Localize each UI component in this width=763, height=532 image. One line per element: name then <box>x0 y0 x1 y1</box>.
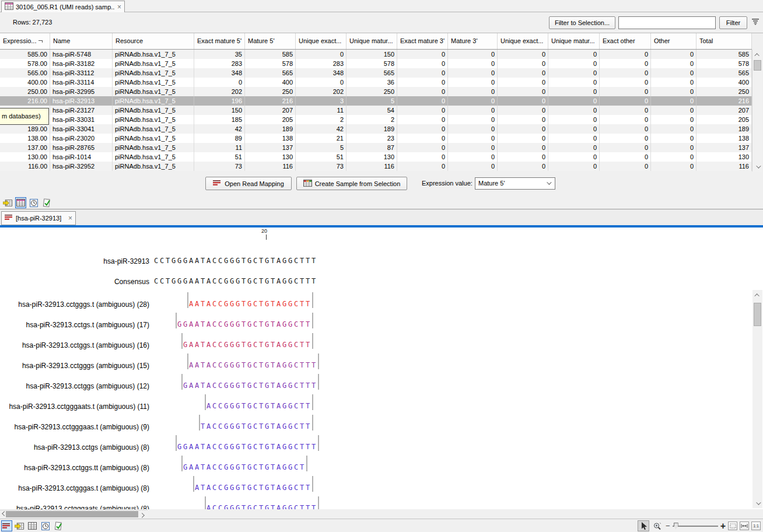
read-row: hsa-piR-32913.cctggs (ambiguous) (12)GAA… <box>0 382 763 391</box>
zoom-in-icon[interactable]: + <box>720 521 726 531</box>
scroll-up-icon[interactable] <box>753 290 762 299</box>
scroll-down-icon[interactable] <box>753 499 762 508</box>
read-row: hsa-piR-32913.cctgggaats (ambiguous) (8)… <box>0 504 763 509</box>
table-cell: hsa-piR-32913 <box>50 96 113 106</box>
column-header[interactable]: Other <box>651 33 696 49</box>
close-icon[interactable]: × <box>117 3 121 11</box>
zoom-100-button[interactable]: 1:1 <box>751 522 761 530</box>
close-icon[interactable]: × <box>68 214 72 222</box>
table-cell: 0 <box>548 106 600 115</box>
column-header[interactable]: Unique matur... <box>548 33 600 49</box>
tab-expression-table[interactable]: 30106_005.R1 (UMI reads) samp... × <box>1 1 125 12</box>
element-info-icon[interactable] <box>52 520 64 531</box>
tab-title: 30106_005.R1 (UMI reads) samp... <box>16 4 115 10</box>
table-cell: hsa-piR-33112 <box>50 68 113 78</box>
marquee-zoom-icon[interactable] <box>728 522 737 530</box>
table-cell: 0 <box>397 162 448 171</box>
advanced-filter-icon[interactable] <box>751 18 760 26</box>
column-header[interactable]: Mature 5' <box>245 33 296 49</box>
create-sample-button[interactable]: Create Sample from Selection <box>296 177 407 190</box>
read-sequence[interactable]: AATACCGGGTGCTGTAGGCTTT <box>189 361 317 369</box>
reference-sequence[interactable]: CCTGGGAATACCGGGTGCTGTAGGCTTT <box>154 257 317 265</box>
labels-horizontal-scrollbar[interactable] <box>0 510 148 518</box>
filter-button[interactable]: Filter <box>719 16 747 29</box>
column-header[interactable]: Unique exact... <box>498 33 548 49</box>
zoom-in-tool-icon[interactable] <box>652 520 663 531</box>
table-row[interactable]: 565.00hsa-piR-33112piRNAdb.hsa.v1_7_5348… <box>0 68 752 78</box>
column-header[interactable]: Mature 3' <box>448 33 498 49</box>
read-sequence[interactable]: GAATACCGGGTGCTGTAGGCTT <box>183 341 312 349</box>
read-sequence[interactable]: AATACCGGGTGCTGTAGGCTT <box>189 300 312 308</box>
table-row[interactable]: 189.00hsa-piR-33041piRNAdb.hsa.v1_7_5421… <box>0 124 752 134</box>
scrollbar-thumb[interactable] <box>754 60 761 71</box>
filter-input[interactable] <box>618 16 716 29</box>
table-scrollbar[interactable] <box>752 50 762 172</box>
column-header[interactable]: Total <box>696 33 752 49</box>
consensus-sequence[interactable]: CCTGGGAATACCGGGTGCTGTAGGCTTT <box>154 277 317 285</box>
read-sequence[interactable]: GGAATACCGGGTGCTGTAGGCTTT <box>177 443 317 451</box>
table-row[interactable]: 205.00hsa-piR-33031piRNAdb.hsa.v1_7_5185… <box>0 115 752 124</box>
graphical-view-icon[interactable] <box>1 520 12 531</box>
table-row[interactable]: 130.00hsa-piR-1014piRNAdb.hsa.v1_7_55113… <box>0 152 752 162</box>
table-view-icon[interactable] <box>27 520 38 531</box>
table-cell: 0 <box>498 87 548 96</box>
table-cell: piRNAdb.hsa.v1_7_5 <box>113 152 194 162</box>
export-table-icon[interactable] <box>14 520 25 531</box>
table-header[interactable]: Expressio...NameResourceExact mature 5'M… <box>0 33 752 50</box>
column-header[interactable]: Exact mature 5' <box>194 33 245 49</box>
column-header[interactable]: Expressio... <box>0 33 50 49</box>
table-row[interactable]: 585.00hsa-piR-5748piRNAdb.hsa.v1_7_53558… <box>0 50 752 59</box>
read-sequence[interactable]: GAATACCGGGTGCTGTAGGCTTT <box>183 382 317 390</box>
table-view-icon[interactable] <box>15 197 26 208</box>
slider-track[interactable] <box>673 526 718 527</box>
table-row[interactable]: 400.00hsa-piR-33114piRNAdb.hsa.v1_7_5040… <box>0 78 752 87</box>
table-row[interactable]: 216.00hsa-piR-32913piRNAdb.hsa.v1_7_5196… <box>0 96 752 106</box>
table-cell: 216 <box>696 96 752 106</box>
table-row[interactable]: 116.00hsa-piR-32952piRNAdb.hsa.v1_7_5731… <box>0 162 752 171</box>
table-cell: 0 <box>397 143 448 152</box>
table-cell: 137 <box>696 143 752 152</box>
element-info-icon[interactable] <box>41 197 52 208</box>
scroll-up-icon[interactable] <box>753 50 762 59</box>
table-row[interactable]: 207.00hsa-piR-23127piRNAdb.hsa.v1_7_5150… <box>0 106 752 115</box>
table-row[interactable]: 138.00hsa-piR-23020piRNAdb.hsa.v1_7_5891… <box>0 134 752 143</box>
zoom-out-icon[interactable]: − <box>666 522 670 530</box>
read-sequence[interactable]: GGAATACCGGGTGCTGTAGGCTT <box>177 320 312 328</box>
zoom-slider[interactable] <box>673 523 718 530</box>
column-header[interactable]: Exact mature 3' <box>397 33 448 49</box>
column-header[interactable]: Unique matur... <box>346 33 397 49</box>
table-row[interactable]: 137.00hsa-piR-28765piRNAdb.hsa.v1_7_5111… <box>0 143 752 152</box>
open-read-mapping-button[interactable]: Open Read Mapping <box>205 177 292 190</box>
tab-read-mapping[interactable]: [hsa-piR-32913] × <box>1 211 76 225</box>
history-clock-icon[interactable] <box>40 520 51 531</box>
read-boundary-tick <box>318 374 319 390</box>
column-header[interactable]: Name <box>50 33 113 49</box>
read-sequence[interactable]: ATACCGGGTGCTGTAGGCTT <box>195 484 312 492</box>
table-cell: 565 <box>346 68 397 78</box>
column-header[interactable]: Exact other <box>600 33 651 49</box>
read-sequence[interactable]: ACCGGGTGCTGTAGGCTTT <box>206 504 317 509</box>
export-table-icon[interactable] <box>2 197 13 208</box>
expression-value-dropdown[interactable]: Mature 5' <box>475 177 555 190</box>
fit-width-icon[interactable] <box>740 522 749 530</box>
history-clock-icon[interactable] <box>28 197 39 208</box>
filter-to-selection-button[interactable]: Filter to Selection... <box>549 16 615 29</box>
table-cell: 202 <box>296 87 346 96</box>
mapping-scrollbar[interactable] <box>752 290 762 508</box>
scroll-right-icon[interactable] <box>139 511 146 518</box>
selection-cursor-icon[interactable] <box>638 520 649 531</box>
read-sequence[interactable]: GAATACCGGGTGCTGTAGGCT <box>183 463 306 471</box>
column-header[interactable]: Unique exact... <box>296 33 346 49</box>
table-cell: 189.00 <box>0 124 50 134</box>
table-row[interactable]: 578.00hsa-piR-33182piRNAdb.hsa.v1_7_5283… <box>0 59 752 68</box>
scroll-down-icon[interactable] <box>753 162 762 171</box>
read-sequence[interactable]: ACCGGGTGCTGTAGGCTT <box>206 402 312 410</box>
scrollbar-thumb[interactable] <box>6 511 138 517</box>
read-boundary-tick <box>181 333 183 349</box>
table-row[interactable]: 250.00hsa-piR-32995piRNAdb.hsa.v1_7_5202… <box>0 87 752 96</box>
scrollbar-thumb[interactable] <box>754 303 761 326</box>
table-cell: 0 <box>448 124 498 134</box>
column-header[interactable]: Resource <box>113 33 194 49</box>
slider-thumb[interactable] <box>674 523 678 529</box>
read-sequence[interactable]: TACCGGGTGCTGTAGGCTT <box>201 422 312 430</box>
